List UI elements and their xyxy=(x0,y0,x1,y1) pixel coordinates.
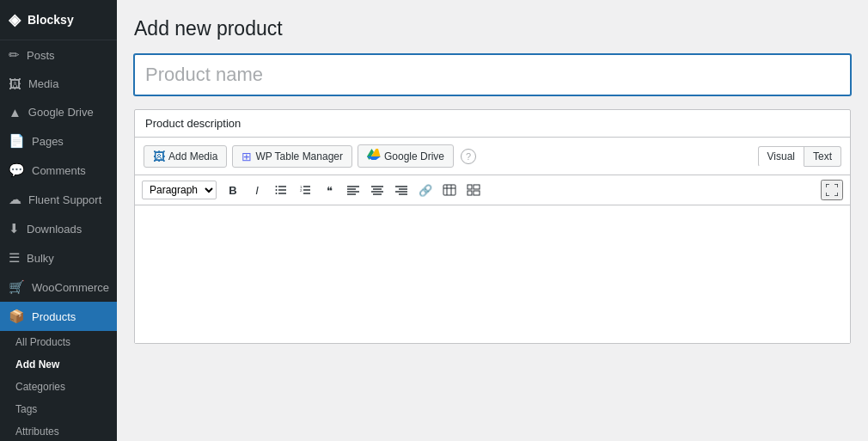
blockquote-button[interactable]: ❝ xyxy=(318,180,340,200)
google-drive-button[interactable]: Google Drive xyxy=(358,144,454,168)
product-name-input[interactable] xyxy=(134,54,851,95)
wp-table-icon: ⊞ xyxy=(241,150,252,163)
submenu-all-products[interactable]: All Products xyxy=(0,331,117,353)
sidebar-item-pages[interactable]: 📄 Pages xyxy=(0,126,117,156)
sidebar-item-label: Media xyxy=(28,77,58,90)
submenu-label: All Products xyxy=(15,336,70,348)
sidebar-item-label: WooCommerce xyxy=(32,281,109,294)
svg-rect-28 xyxy=(474,185,480,189)
wp-table-label: WP Table Manager xyxy=(255,150,343,162)
google-drive-icon: ▲ xyxy=(9,105,21,119)
sidebar-item-bulky[interactable]: ☰ Bulky xyxy=(0,243,117,273)
submenu-label: Categories xyxy=(15,381,65,393)
svg-rect-23 xyxy=(443,185,455,195)
sidebar-item-woocommerce[interactable]: 🛒 WooCommerce xyxy=(0,273,117,302)
unordered-list-button[interactable] xyxy=(270,180,292,200)
visual-text-tabs: Visual Text xyxy=(758,146,841,167)
svg-rect-29 xyxy=(468,191,472,195)
posts-icon: ✏ xyxy=(9,47,20,63)
sidebar-item-label: Fluent Support xyxy=(28,193,101,206)
submenu-attributes[interactable]: Attributes xyxy=(0,420,117,441)
svg-point-3 xyxy=(276,186,278,187)
page-title: Add new product xyxy=(134,17,851,40)
sidebar-item-label: Bulky xyxy=(27,252,54,265)
align-right-button[interactable] xyxy=(390,180,413,200)
sidebar-item-fluent-support[interactable]: ☁ Fluent Support xyxy=(0,185,117,214)
text-tab[interactable]: Text xyxy=(804,146,841,167)
sidebar-item-label: Comments xyxy=(32,164,86,177)
comments-icon: 💬 xyxy=(9,162,25,178)
grid-button[interactable] xyxy=(462,180,485,200)
svg-rect-30 xyxy=(474,191,480,195)
sidebar-logo[interactable]: ◈ Blocksy xyxy=(0,0,117,40)
italic-button[interactable]: I xyxy=(246,180,268,200)
bulky-icon: ☰ xyxy=(9,250,20,266)
svg-point-5 xyxy=(276,193,278,194)
wp-table-manager-button[interactable]: ⊞ WP Table Manager xyxy=(232,145,352,168)
sidebar: ◈ Blocksy ✏ Posts 🖼 Media ▲ Google Drive… xyxy=(0,0,117,441)
svg-text:2.: 2. xyxy=(300,188,303,193)
svg-rect-27 xyxy=(468,185,472,189)
submenu-label: Tags xyxy=(15,403,37,415)
media-icon: 🖼 xyxy=(9,77,21,91)
visual-tab[interactable]: Visual xyxy=(758,146,804,167)
add-media-button[interactable]: 🖼 Add Media xyxy=(144,145,227,168)
format-toolbar: Paragraph B I 1.2. ❝ 🔗 xyxy=(135,175,850,205)
google-drive-label: Google Drive xyxy=(384,150,444,162)
main-content: Add new product Product description 🖼 Ad… xyxy=(117,0,868,441)
sidebar-item-google-drive[interactable]: ▲ Google Drive xyxy=(0,98,117,126)
svg-point-4 xyxy=(276,189,278,191)
product-description-box: Product description 🖼 Add Media ⊞ WP Tab… xyxy=(134,109,851,344)
products-submenu: All Products Add New Categories Tags Att… xyxy=(0,331,117,441)
logo-label: Blocksy xyxy=(28,13,74,27)
submenu-label: Attributes xyxy=(15,426,59,438)
submenu-add-new[interactable]: Add New xyxy=(0,353,117,376)
sidebar-item-label: Pages xyxy=(32,135,64,148)
help-icon[interactable]: ? xyxy=(461,149,476,164)
logo-icon: ◈ xyxy=(9,10,21,29)
sidebar-item-label: Google Drive xyxy=(28,106,94,119)
submenu-tags[interactable]: Tags xyxy=(0,398,117,420)
pages-icon: 📄 xyxy=(9,133,25,149)
sidebar-item-label: Products xyxy=(32,310,76,323)
sidebar-item-media[interactable]: 🖼 Media xyxy=(0,70,117,98)
add-media-icon: 🖼 xyxy=(153,150,165,163)
add-media-label: Add Media xyxy=(168,150,217,162)
downloads-icon: ⬇ xyxy=(9,221,20,236)
editor-area[interactable] xyxy=(135,205,850,343)
desc-header: Product description xyxy=(135,110,850,138)
fluent-support-icon: ☁ xyxy=(9,192,21,207)
paragraph-select[interactable]: Paragraph xyxy=(142,181,217,199)
sidebar-item-posts[interactable]: ✏ Posts xyxy=(0,40,117,70)
gdrive-btn-icon xyxy=(367,149,381,163)
bold-button[interactable]: B xyxy=(222,180,244,200)
table-button[interactable] xyxy=(438,180,461,200)
sidebar-item-label: Posts xyxy=(27,49,55,62)
ordered-list-button[interactable]: 1.2. xyxy=(294,180,316,200)
desc-toolbar: 🖼 Add Media ⊞ WP Table Manager Google Dr… xyxy=(135,138,850,175)
submenu-label: Add New xyxy=(15,358,59,371)
sidebar-item-comments[interactable]: 💬 Comments xyxy=(0,156,117,185)
sidebar-item-label: Downloads xyxy=(27,223,82,236)
sidebar-item-downloads[interactable]: ⬇ Downloads xyxy=(0,214,117,243)
woocommerce-icon: 🛒 xyxy=(9,279,25,295)
sidebar-item-products[interactable]: 📦 Products xyxy=(0,302,117,331)
submenu-categories[interactable]: Categories xyxy=(0,376,117,398)
products-icon: 📦 xyxy=(9,309,25,324)
align-center-button[interactable] xyxy=(366,180,388,200)
link-button[interactable]: 🔗 xyxy=(414,180,437,200)
fullscreen-button[interactable] xyxy=(821,180,843,200)
align-left-button[interactable] xyxy=(342,180,364,200)
